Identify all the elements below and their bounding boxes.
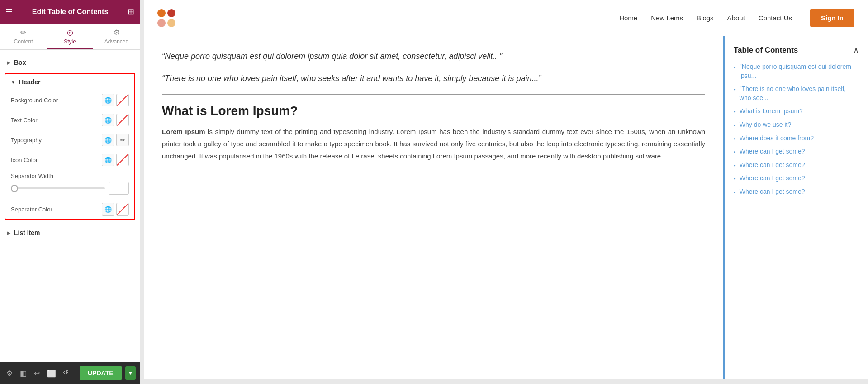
toc-bullet-0: ●: [734, 65, 736, 70]
article-area: “Neque porro quisquam est qui dolorem ip…: [144, 36, 723, 379]
update-dropdown-button[interactable]: ▼: [125, 366, 136, 380]
box-section-label: Box: [14, 59, 26, 66]
toc-bullet-7: ●: [734, 176, 736, 181]
style-tab-icon: ◎: [67, 28, 73, 37]
layers-icon[interactable]: ◧: [18, 367, 28, 379]
article-quote-1: “Neque porro quisquam est qui dolorem ip…: [162, 50, 705, 63]
hamburger-icon[interactable]: ☰: [5, 7, 13, 17]
separator-width-value[interactable]: [109, 182, 129, 195]
toc-item-text-1: "There is no one who loves pain itself, …: [740, 85, 859, 102]
advanced-tab-icon: ⚙: [114, 28, 120, 37]
icon-color-slash-btn[interactable]: [116, 154, 129, 166]
typography-row: Typography 🌐 ✏: [5, 130, 134, 150]
article-heading: What is Lorem Ipsum?: [162, 104, 705, 118]
typography-label: Typography: [11, 137, 98, 144]
article-divider: [162, 94, 705, 95]
style-tab-label: Style: [64, 38, 76, 45]
background-color-controls: 🌐: [102, 94, 129, 106]
separator-width-row: Separator Width: [5, 170, 134, 199]
panel-content: Box ▼ Header Background Color 🌐: [0, 50, 140, 362]
icon-color-globe-btn[interactable]: 🌐: [102, 154, 114, 166]
tab-advanced[interactable]: ⚙ Advanced: [93, 24, 140, 49]
toc-item-0[interactable]: ● "Neque porro quisquam est qui dolorem …: [734, 62, 859, 80]
nav-link-blogs[interactable]: Blogs: [697, 14, 714, 22]
header-section-label: Header: [19, 78, 40, 86]
nav-link-about[interactable]: About: [727, 14, 745, 22]
toc-bullet-4: ●: [734, 136, 736, 141]
logo: [157, 9, 175, 27]
nav-link-new-items[interactable]: New Items: [651, 14, 683, 22]
text-color-slash-btn[interactable]: [116, 114, 129, 126]
toc-item-7[interactable]: ● Where can I get some?: [734, 174, 859, 183]
box-section-header[interactable]: Box: [0, 54, 140, 71]
horizontal-scrollbar[interactable]: [144, 379, 868, 384]
advanced-tab-label: Advanced: [104, 38, 128, 45]
nav-link-home[interactable]: Home: [619, 14, 637, 22]
typography-controls: 🌐 ✏: [102, 134, 129, 146]
header-section: ▼ Header Background Color 🌐 Text Color 🌐: [5, 73, 135, 220]
toc-bullet-5: ●: [734, 149, 736, 154]
toc-item-2[interactable]: ● What is Lorem Ipsum?: [734, 107, 859, 116]
toc-bullet-6: ●: [734, 163, 736, 168]
header-section-title-row[interactable]: ▼ Header: [5, 74, 134, 90]
header-chevron-icon: ▼: [11, 80, 15, 85]
background-color-slash-btn[interactable]: [116, 94, 129, 106]
background-color-row: Background Color 🌐: [5, 90, 134, 110]
nav-link-contact[interactable]: Contact Us: [759, 14, 792, 22]
sign-in-button[interactable]: Sign In: [810, 9, 854, 27]
toc-item-8[interactable]: ● Where can I get some?: [734, 187, 859, 197]
tab-style[interactable]: ◎ Style: [47, 24, 93, 49]
toc-title-row: Table of Contents ∧: [734, 45, 859, 55]
toc-item-text-5: Where can I get some?: [740, 147, 805, 156]
toc-item-text-3: Why do we use it?: [740, 120, 791, 130]
toc-item-6[interactable]: ● Where can I get some?: [734, 161, 859, 170]
main-area: “Neque porro quisquam est qui dolorem ip…: [144, 36, 868, 379]
background-color-label: Background Color: [11, 97, 98, 104]
toc-item-text-6: Where can I get some?: [740, 161, 805, 170]
toc-item-text-7: Where can I get some?: [740, 174, 805, 183]
logo-dots: [157, 9, 175, 27]
eye-icon[interactable]: 👁: [62, 367, 72, 379]
slider-row: [11, 182, 129, 195]
bottom-bar: ⚙ ◧ ↩ ⬜ 👁 UPDATE ▼: [0, 362, 140, 384]
typography-pencil-btn[interactable]: ✏: [116, 134, 129, 146]
article-bold-start: Lorem Ipsum: [162, 128, 205, 135]
update-button[interactable]: UPDATE: [80, 366, 122, 380]
toc-item-5[interactable]: ● Where can I get some?: [734, 147, 859, 156]
toc-item-3[interactable]: ● Why do we use it?: [734, 120, 859, 130]
separator-color-label: Separator Color: [11, 206, 98, 213]
separator-color-globe-btn[interactable]: 🌐: [102, 203, 114, 216]
toc-item-text-2: What is Lorem Ipsum?: [740, 107, 803, 116]
toc-item-4[interactable]: ● Where does it come from?: [734, 134, 859, 143]
list-item-section-header[interactable]: ▶ List Item: [0, 225, 140, 241]
logo-dot-4: [167, 19, 175, 27]
typography-globe-btn[interactable]: 🌐: [102, 134, 114, 146]
text-color-controls: 🌐: [102, 114, 129, 126]
separator-color-slash-btn[interactable]: [116, 203, 129, 216]
toc-collapse-icon[interactable]: ∧: [853, 45, 859, 55]
text-color-globe-btn[interactable]: 🌐: [102, 114, 114, 126]
content-tab-icon: ✏: [20, 28, 26, 37]
separator-width-slider[interactable]: [11, 187, 105, 189]
list-item-label: List Item: [14, 229, 40, 236]
navbar: Home New Items Blogs About Contact Us Si…: [144, 0, 868, 36]
resize-handle[interactable]: [140, 0, 144, 384]
list-item-chevron-icon: ▶: [7, 230, 10, 235]
right-content: Home New Items Blogs About Contact Us Si…: [144, 0, 868, 384]
logo-dot-3: [157, 19, 166, 27]
toc-bullet-3: ●: [734, 123, 736, 128]
separator-color-controls: 🌐: [102, 203, 129, 216]
toc-bullet-8: ●: [734, 190, 736, 195]
tab-content[interactable]: ✏ Content: [0, 24, 47, 49]
text-color-label: Text Color: [11, 117, 98, 124]
background-color-globe-btn[interactable]: 🌐: [102, 94, 114, 106]
settings-icon[interactable]: ⚙: [5, 367, 14, 379]
responsive-icon[interactable]: ⬜: [45, 367, 58, 379]
separator-width-label: Separator Width: [11, 173, 129, 179]
toc-item-text-8: Where can I get some?: [740, 187, 805, 197]
logo-dot-1: [157, 9, 166, 17]
grid-icon[interactable]: ⊞: [128, 7, 134, 17]
article-body: Lorem Ipsum is simply dummy text of the …: [162, 125, 705, 162]
toc-item-1[interactable]: ● "There is no one who loves pain itself…: [734, 85, 859, 102]
undo-icon[interactable]: ↩: [32, 367, 42, 379]
